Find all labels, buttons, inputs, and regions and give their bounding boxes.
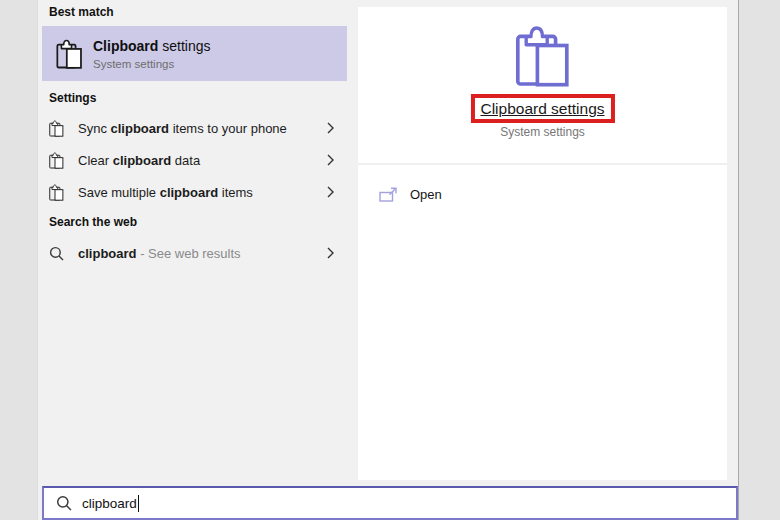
windows-search-flyout: Best match Clipboard settings System set… bbox=[37, 0, 739, 520]
best-match-title-bold: Clipboard bbox=[93, 38, 158, 54]
clipboard-icon bbox=[515, 25, 571, 87]
search-input[interactable]: clipboard bbox=[42, 486, 738, 520]
text-caret bbox=[138, 495, 140, 512]
best-match-subtitle: System settings bbox=[93, 58, 210, 70]
best-match-result[interactable]: Clipboard settings System settings bbox=[42, 26, 347, 81]
clipboard-icon bbox=[49, 120, 64, 137]
search-icon bbox=[49, 246, 64, 261]
clipboard-icon bbox=[56, 39, 83, 69]
preview-panel: Clipboard settings System settings Open bbox=[358, 7, 727, 480]
result-label: Clear clipboard data bbox=[78, 153, 200, 168]
result-label: Save multiple clipboard items bbox=[78, 185, 253, 200]
result-save-multiple-clipboard[interactable]: Save multiple clipboard items bbox=[42, 176, 347, 208]
result-label: clipboard - See web results bbox=[78, 246, 241, 261]
open-action[interactable]: Open bbox=[379, 180, 442, 208]
result-web-search[interactable]: clipboard - See web results bbox=[42, 237, 347, 269]
chevron-right-icon[interactable] bbox=[327, 154, 334, 166]
result-clear-clipboard[interactable]: Clear clipboard data bbox=[42, 144, 347, 176]
chevron-right-icon[interactable] bbox=[327, 122, 334, 134]
open-action-label: Open bbox=[410, 187, 442, 202]
preview-title-link[interactable]: Clipboard settings bbox=[480, 100, 604, 117]
result-sync-clipboard[interactable]: Sync clipboard items to your phone bbox=[42, 112, 347, 144]
chevron-right-icon[interactable] bbox=[327, 247, 334, 259]
best-match-text: Clipboard settings System settings bbox=[93, 38, 210, 70]
search-icon bbox=[56, 495, 72, 511]
search-query-text: clipboard bbox=[82, 496, 137, 511]
clipboard-icon bbox=[49, 152, 64, 169]
settings-header: Settings bbox=[49, 90, 96, 106]
chevron-right-icon[interactable] bbox=[327, 186, 334, 198]
red-annotation-box: Clipboard settings bbox=[470, 94, 614, 123]
preview-subtitle: System settings bbox=[358, 125, 727, 139]
best-match-title: Clipboard settings bbox=[93, 38, 210, 55]
search-web-header: Search the web bbox=[49, 214, 137, 230]
clipboard-icon bbox=[49, 184, 64, 201]
divider bbox=[358, 163, 727, 165]
best-match-header: Best match bbox=[49, 4, 114, 20]
result-label: Sync clipboard items to your phone bbox=[78, 121, 287, 136]
best-match-title-rest: settings bbox=[158, 38, 210, 54]
open-in-new-window-icon bbox=[379, 187, 397, 202]
